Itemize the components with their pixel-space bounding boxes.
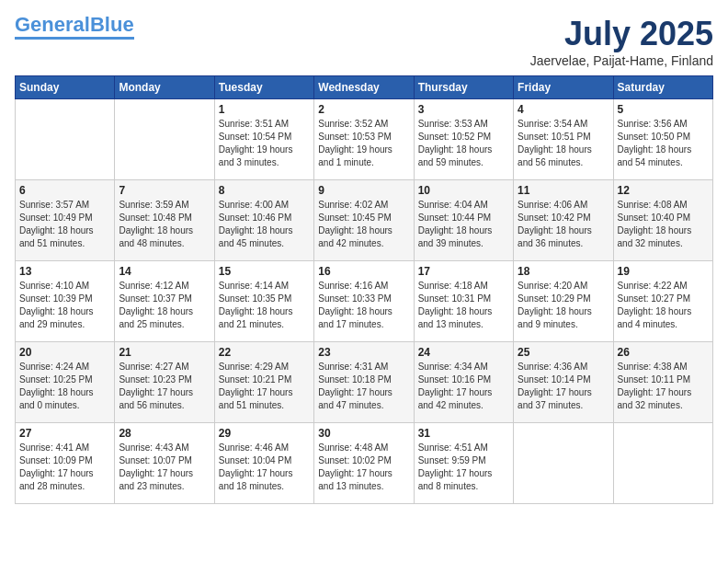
calendar-week-2: 6Sunrise: 3:57 AM Sunset: 10:49 PM Dayli… — [16, 180, 713, 261]
calendar-table: SundayMondayTuesdayWednesdayThursdayFrid… — [15, 75, 713, 504]
header-friday: Friday — [514, 76, 613, 99]
day-number: 30 — [318, 427, 409, 440]
day-number: 9 — [318, 184, 409, 197]
header-thursday: Thursday — [414, 76, 513, 99]
page-header: GeneralBlue July 2025 Jaervelae, Paijat-… — [15, 15, 713, 68]
calendar-cell: 19Sunrise: 4:22 AM Sunset: 10:27 PM Dayl… — [613, 261, 712, 342]
calendar-cell: 13Sunrise: 4:10 AM Sunset: 10:39 PM Dayl… — [16, 261, 115, 342]
calendar-cell — [613, 423, 712, 504]
day-info: Sunrise: 4:22 AM Sunset: 10:27 PM Daylig… — [618, 280, 709, 331]
day-info: Sunrise: 3:59 AM Sunset: 10:48 PM Daylig… — [119, 199, 210, 250]
day-info: Sunrise: 4:48 AM Sunset: 10:02 PM Daylig… — [318, 442, 409, 493]
day-number: 23 — [318, 346, 409, 359]
calendar-cell: 9Sunrise: 4:02 AM Sunset: 10:45 PM Dayli… — [314, 180, 414, 261]
day-info: Sunrise: 4:51 AM Sunset: 9:59 PM Dayligh… — [418, 442, 509, 493]
day-number: 17 — [418, 265, 509, 278]
calendar-cell: 20Sunrise: 4:24 AM Sunset: 10:25 PM Dayl… — [16, 342, 115, 423]
logo-underline — [15, 37, 134, 40]
day-number: 19 — [618, 265, 709, 278]
day-number: 27 — [19, 427, 110, 440]
calendar-cell: 6Sunrise: 3:57 AM Sunset: 10:49 PM Dayli… — [16, 180, 115, 261]
calendar-cell — [514, 423, 613, 504]
calendar-cell: 17Sunrise: 4:18 AM Sunset: 10:31 PM Dayl… — [414, 261, 513, 342]
day-info: Sunrise: 3:52 AM Sunset: 10:53 PM Daylig… — [318, 118, 409, 169]
day-info: Sunrise: 3:54 AM Sunset: 10:51 PM Daylig… — [518, 118, 609, 169]
day-number: 18 — [518, 265, 609, 278]
calendar-cell: 28Sunrise: 4:43 AM Sunset: 10:07 PM Dayl… — [115, 423, 214, 504]
calendar-cell — [16, 99, 115, 180]
day-info: Sunrise: 4:31 AM Sunset: 10:18 PM Daylig… — [318, 361, 409, 412]
day-number: 6 — [19, 184, 110, 197]
day-number: 3 — [418, 103, 509, 116]
day-info: Sunrise: 4:43 AM Sunset: 10:07 PM Daylig… — [119, 442, 210, 493]
day-info: Sunrise: 4:00 AM Sunset: 10:46 PM Daylig… — [219, 199, 310, 250]
day-info: Sunrise: 4:24 AM Sunset: 10:25 PM Daylig… — [19, 361, 110, 412]
day-info: Sunrise: 4:18 AM Sunset: 10:31 PM Daylig… — [418, 280, 509, 331]
day-number: 20 — [19, 346, 110, 359]
calendar-cell: 23Sunrise: 4:31 AM Sunset: 10:18 PM Dayl… — [314, 342, 414, 423]
day-info: Sunrise: 3:57 AM Sunset: 10:49 PM Daylig… — [19, 199, 110, 250]
day-number: 1 — [219, 103, 310, 116]
month-title: July 2025 — [530, 15, 713, 53]
day-number: 25 — [518, 346, 609, 359]
day-number: 13 — [19, 265, 110, 278]
calendar-cell: 18Sunrise: 4:20 AM Sunset: 10:29 PM Dayl… — [514, 261, 613, 342]
calendar-cell: 7Sunrise: 3:59 AM Sunset: 10:48 PM Dayli… — [115, 180, 214, 261]
day-info: Sunrise: 4:29 AM Sunset: 10:21 PM Daylig… — [219, 361, 310, 412]
day-number: 15 — [219, 265, 310, 278]
day-info: Sunrise: 4:06 AM Sunset: 10:42 PM Daylig… — [518, 199, 609, 250]
calendar-cell: 22Sunrise: 4:29 AM Sunset: 10:21 PM Dayl… — [214, 342, 313, 423]
calendar-cell: 3Sunrise: 3:53 AM Sunset: 10:52 PM Dayli… — [414, 99, 513, 180]
calendar-cell: 12Sunrise: 4:08 AM Sunset: 10:40 PM Dayl… — [613, 180, 712, 261]
day-number: 24 — [418, 346, 509, 359]
day-info: Sunrise: 4:02 AM Sunset: 10:45 PM Daylig… — [318, 199, 409, 250]
day-number: 21 — [119, 346, 210, 359]
day-info: Sunrise: 4:41 AM Sunset: 10:09 PM Daylig… — [19, 442, 110, 493]
day-info: Sunrise: 4:12 AM Sunset: 10:37 PM Daylig… — [119, 280, 210, 331]
header-wednesday: Wednesday — [314, 76, 414, 99]
day-info: Sunrise: 4:36 AM Sunset: 10:14 PM Daylig… — [518, 361, 609, 412]
logo-text: GeneralBlue — [15, 15, 134, 35]
day-info: Sunrise: 4:20 AM Sunset: 10:29 PM Daylig… — [518, 280, 609, 331]
calendar-cell: 26Sunrise: 4:38 AM Sunset: 10:11 PM Dayl… — [613, 342, 712, 423]
calendar-cell: 5Sunrise: 3:56 AM Sunset: 10:50 PM Dayli… — [613, 99, 712, 180]
day-info: Sunrise: 4:34 AM Sunset: 10:16 PM Daylig… — [418, 361, 509, 412]
location-subtitle: Jaervelae, Paijat-Hame, Finland — [530, 53, 713, 68]
day-number: 16 — [318, 265, 409, 278]
calendar-cell: 14Sunrise: 4:12 AM Sunset: 10:37 PM Dayl… — [115, 261, 214, 342]
day-number: 22 — [219, 346, 310, 359]
calendar-cell: 11Sunrise: 4:06 AM Sunset: 10:42 PM Dayl… — [514, 180, 613, 261]
day-info: Sunrise: 4:46 AM Sunset: 10:04 PM Daylig… — [219, 442, 310, 493]
day-number: 4 — [518, 103, 609, 116]
day-info: Sunrise: 4:38 AM Sunset: 10:11 PM Daylig… — [618, 361, 709, 412]
calendar-header-row: SundayMondayTuesdayWednesdayThursdayFrid… — [16, 76, 713, 99]
calendar-week-5: 27Sunrise: 4:41 AM Sunset: 10:09 PM Dayl… — [16, 423, 713, 504]
calendar-cell: 10Sunrise: 4:04 AM Sunset: 10:44 PM Dayl… — [414, 180, 513, 261]
calendar-cell: 27Sunrise: 4:41 AM Sunset: 10:09 PM Dayl… — [16, 423, 115, 504]
calendar-cell: 29Sunrise: 4:46 AM Sunset: 10:04 PM Dayl… — [214, 423, 313, 504]
header-tuesday: Tuesday — [214, 76, 313, 99]
day-info: Sunrise: 4:08 AM Sunset: 10:40 PM Daylig… — [618, 199, 709, 250]
calendar-cell: 16Sunrise: 4:16 AM Sunset: 10:33 PM Dayl… — [314, 261, 414, 342]
logo: GeneralBlue — [15, 15, 134, 40]
day-number: 12 — [618, 184, 709, 197]
day-info: Sunrise: 4:27 AM Sunset: 10:23 PM Daylig… — [119, 361, 210, 412]
calendar-cell: 31Sunrise: 4:51 AM Sunset: 9:59 PM Dayli… — [414, 423, 513, 504]
calendar-cell: 24Sunrise: 4:34 AM Sunset: 10:16 PM Dayl… — [414, 342, 513, 423]
day-number: 29 — [219, 427, 310, 440]
calendar-cell: 30Sunrise: 4:48 AM Sunset: 10:02 PM Dayl… — [314, 423, 414, 504]
day-info: Sunrise: 3:51 AM Sunset: 10:54 PM Daylig… — [219, 118, 310, 169]
day-info: Sunrise: 3:56 AM Sunset: 10:50 PM Daylig… — [618, 118, 709, 169]
day-number: 14 — [119, 265, 210, 278]
title-block: July 2025 Jaervelae, Paijat-Hame, Finlan… — [530, 15, 713, 68]
day-info: Sunrise: 3:53 AM Sunset: 10:52 PM Daylig… — [418, 118, 509, 169]
header-saturday: Saturday — [613, 76, 712, 99]
header-sunday: Sunday — [16, 76, 115, 99]
day-number: 10 — [418, 184, 509, 197]
day-number: 26 — [618, 346, 709, 359]
calendar-cell: 2Sunrise: 3:52 AM Sunset: 10:53 PM Dayli… — [314, 99, 414, 180]
day-number: 2 — [318, 103, 409, 116]
day-info: Sunrise: 4:10 AM Sunset: 10:39 PM Daylig… — [19, 280, 110, 331]
calendar-week-4: 20Sunrise: 4:24 AM Sunset: 10:25 PM Dayl… — [16, 342, 713, 423]
logo-general: General — [15, 13, 90, 36]
